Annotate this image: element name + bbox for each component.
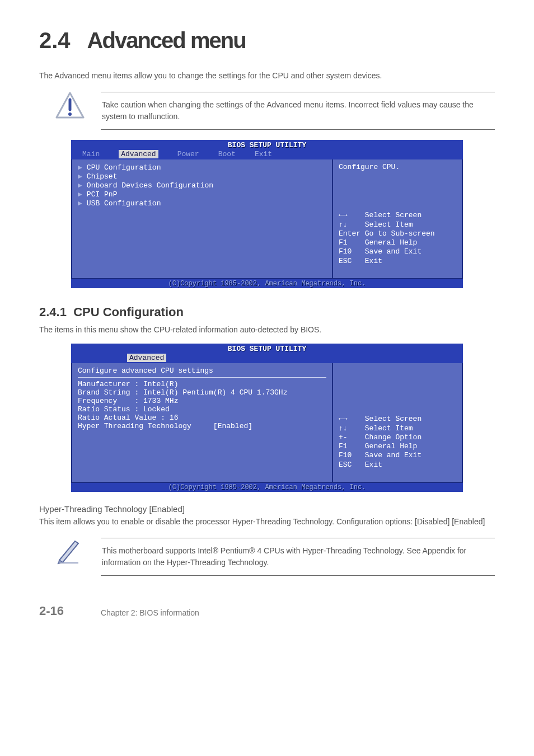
note-icon [56,538,84,565]
section-title: 2.4Advanced menu [39,28,495,53]
cpu-brand-string: Brand String : Intel(R) Pentium(R) 4 CPU… [78,388,326,397]
bios-menu-advanced: Advanced [119,150,158,158]
bios-menu-boot: Boot [218,150,236,158]
caution-icon [55,92,85,120]
subheading-cpu-configuration: 2.4.1 CPU Configuration [39,305,495,320]
bios-title: BIOS SETUP UTILITY [71,140,463,149]
svg-point-2 [68,112,72,116]
bios-help-keys: ←→ Select Screen ↑↓ Select Item Enter Go… [339,202,456,275]
bios-menu-exit: Exit [255,150,272,158]
bios-copyright: (C)Copyright 1985-2002, American Megatre… [71,279,463,288]
note-text: This motherboard supports Intel® Pentium… [101,538,495,576]
cpu-config-desc: The items in this menu show the CPU-rela… [39,324,495,336]
caution-text: Take caution when changing the settings … [101,92,495,130]
cpu-manufacturer: Manufacturer : Intel(R) [78,380,326,388]
bios-menu-power: Power [177,150,199,158]
section-number: 2.4 [39,28,71,53]
bios-item-usb-configuration: ▶USB Configuration [78,199,326,208]
panel-title: Configure advanced CPU settings [78,367,326,378]
cpu-frequency: Frequency : 1733 MHz [78,397,326,405]
section-heading: Advanced menu [87,28,246,53]
bios-menu-advanced: Advanced [127,354,166,362]
bios-screenshot-cpu-configuration: BIOS SETUP UTILITY Advanced Configure ad… [71,344,463,492]
cpu-ratio-status: Ratio Status : Locked [78,405,326,414]
bios-title: BIOS SETUP UTILITY [71,344,463,353]
hyper-threading-desc: This item allows you to enable or disabl… [39,516,495,528]
bios-menubar: Advanced [71,353,463,363]
bios-help-keys: ←→ Select Screen ↑↓ Select Item +- Chang… [339,406,456,478]
footer-chapter: Chapter 2: BIOS information [101,608,495,618]
bios-item-onboard-devices: ▶Onboard Devices Configuration [78,181,326,190]
bios-copyright: (C)Copyright 1985-2002, American Megatre… [71,483,463,492]
intro-text: The Advanced menu items allow you to cha… [39,70,495,82]
bios-item-chipset: ▶Chipset [78,172,326,181]
bios-menu-main: Main [82,150,100,158]
bios-screenshot-advanced-menu: BIOS SETUP UTILITY Main Advanced Power B… [71,140,463,288]
page-number: 2-16 [39,604,101,618]
bios-menubar: Main Advanced Power Boot Exit [71,149,463,159]
bios-item-pci-pnp: ▶PCI PnP [78,190,326,199]
bios-help-top: Configure CPU. [339,163,456,171]
hyper-threading-setting: Hyper Threading Technology [Enabled] [78,422,326,430]
hyper-threading-heading: Hyper-Threading Technology [Enabled] [39,504,495,514]
cpu-ratio-actual-value: Ratio Actual Value : 16 [78,414,326,422]
bios-item-cpu-configuration: ▶CPU Configuration [78,163,326,172]
